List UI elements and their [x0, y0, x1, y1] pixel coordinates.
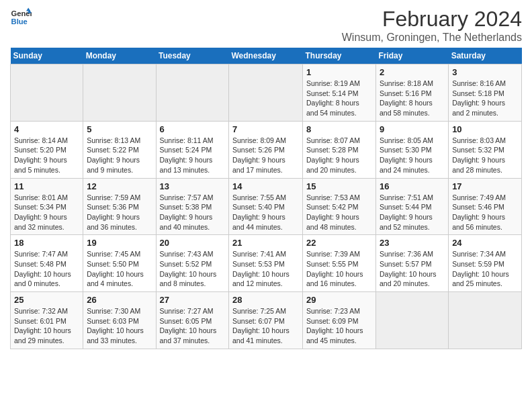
calendar-cell: [229, 64, 303, 122]
day-number: 1: [306, 67, 372, 77]
day-number: 21: [232, 238, 299, 248]
day-number: 26: [87, 295, 152, 305]
day-number: 11: [14, 181, 79, 191]
calendar-table: SundayMondayTuesdayWednesdayThursdayFrid…: [10, 48, 522, 349]
day-number: 13: [160, 181, 226, 191]
day-info: Sunrise: 8:19 AM Sunset: 5:14 PM Dayligh…: [306, 79, 372, 118]
calendar-cell: 24Sunrise: 7:34 AM Sunset: 5:59 PM Dayli…: [449, 235, 522, 292]
calendar-cell: 16Sunrise: 7:51 AM Sunset: 5:44 PM Dayli…: [375, 178, 448, 235]
calendar-week-5: 25Sunrise: 7:32 AM Sunset: 6:01 PM Dayli…: [11, 292, 522, 349]
calendar-cell: 13Sunrise: 7:57 AM Sunset: 5:38 PM Dayli…: [156, 178, 229, 235]
calendar-week-4: 18Sunrise: 7:47 AM Sunset: 5:48 PM Dayli…: [11, 235, 522, 292]
day-info: Sunrise: 7:49 AM Sunset: 5:46 PM Dayligh…: [452, 193, 518, 232]
day-number: 5: [87, 124, 152, 134]
calendar-cell: 15Sunrise: 7:53 AM Sunset: 5:42 PM Dayli…: [302, 178, 375, 235]
day-info: Sunrise: 7:53 AM Sunset: 5:42 PM Dayligh…: [306, 193, 372, 232]
calendar-cell: 12Sunrise: 7:59 AM Sunset: 5:36 PM Dayli…: [83, 178, 156, 235]
calendar-cell: 9Sunrise: 8:05 AM Sunset: 5:30 PM Daylig…: [375, 121, 448, 178]
calendar-cell: [156, 64, 229, 122]
day-number: 22: [306, 238, 372, 248]
calendar-cell: 20Sunrise: 7:43 AM Sunset: 5:52 PM Dayli…: [156, 235, 229, 292]
title-block: February 2024 Winsum, Groningen, The Net…: [342, 7, 522, 44]
calendar-cell: 19Sunrise: 7:45 AM Sunset: 5:50 PM Dayli…: [83, 235, 156, 292]
day-number: 15: [306, 181, 372, 191]
day-info: Sunrise: 7:23 AM Sunset: 6:09 PM Dayligh…: [306, 306, 372, 346]
calendar-cell: 6Sunrise: 8:11 AM Sunset: 5:24 PM Daylig…: [156, 121, 229, 178]
calendar-cell: 17Sunrise: 7:49 AM Sunset: 5:46 PM Dayli…: [449, 178, 522, 235]
day-info: Sunrise: 8:03 AM Sunset: 5:32 PM Dayligh…: [452, 136, 518, 175]
day-number: 27: [160, 295, 226, 305]
day-info: Sunrise: 7:43 AM Sunset: 5:52 PM Dayligh…: [160, 249, 226, 289]
day-info: Sunrise: 7:25 AM Sunset: 6:07 PM Dayligh…: [232, 306, 299, 346]
day-info: Sunrise: 7:57 AM Sunset: 5:38 PM Dayligh…: [160, 193, 226, 232]
page-header: General Blue February 2024 Winsum, Groni…: [10, 7, 522, 44]
weekday-header-saturday: Saturday: [449, 48, 522, 64]
day-number: 6: [160, 124, 226, 134]
day-info: Sunrise: 7:59 AM Sunset: 5:36 PM Dayligh…: [87, 193, 152, 232]
svg-text:Blue: Blue: [11, 17, 28, 26]
day-number: 19: [87, 238, 152, 248]
calendar-cell: [11, 64, 83, 122]
day-number: 17: [452, 181, 518, 191]
day-number: 20: [160, 238, 226, 248]
weekday-header-thursday: Thursday: [302, 48, 375, 64]
calendar-cell: 27Sunrise: 7:27 AM Sunset: 6:05 PM Dayli…: [156, 292, 229, 349]
day-number: 18: [14, 238, 79, 248]
calendar-week-1: 1Sunrise: 8:19 AM Sunset: 5:14 PM Daylig…: [11, 64, 522, 122]
day-info: Sunrise: 7:34 AM Sunset: 5:59 PM Dayligh…: [452, 249, 518, 289]
day-info: Sunrise: 7:30 AM Sunset: 6:03 PM Dayligh…: [87, 306, 152, 346]
weekday-header-friday: Friday: [375, 48, 448, 64]
weekday-header-tuesday: Tuesday: [156, 48, 229, 64]
day-number: 24: [452, 238, 518, 248]
logo-icon: General Blue: [10, 7, 32, 28]
day-info: Sunrise: 8:16 AM Sunset: 5:18 PM Dayligh…: [452, 79, 518, 118]
day-number: 4: [14, 124, 79, 134]
day-number: 8: [306, 124, 372, 134]
calendar-cell: [449, 292, 522, 349]
calendar-cell: 22Sunrise: 7:39 AM Sunset: 5:55 PM Dayli…: [302, 235, 375, 292]
logo: General Blue: [10, 7, 32, 28]
day-number: 7: [232, 124, 299, 134]
day-number: 12: [87, 181, 152, 191]
day-info: Sunrise: 8:14 AM Sunset: 5:20 PM Dayligh…: [14, 136, 79, 175]
day-info: Sunrise: 7:41 AM Sunset: 5:53 PM Dayligh…: [232, 249, 299, 289]
calendar-cell: 11Sunrise: 8:01 AM Sunset: 5:34 PM Dayli…: [11, 178, 83, 235]
calendar-cell: [83, 64, 156, 122]
day-number: 23: [380, 238, 445, 248]
day-number: 25: [14, 295, 79, 305]
day-info: Sunrise: 8:09 AM Sunset: 5:26 PM Dayligh…: [232, 136, 299, 175]
day-info: Sunrise: 7:47 AM Sunset: 5:48 PM Dayligh…: [14, 249, 79, 289]
day-info: Sunrise: 7:45 AM Sunset: 5:50 PM Dayligh…: [87, 249, 152, 289]
day-number: 9: [380, 124, 445, 134]
calendar-cell: 28Sunrise: 7:25 AM Sunset: 6:07 PM Dayli…: [229, 292, 303, 349]
calendar-header-row: SundayMondayTuesdayWednesdayThursdayFrid…: [11, 48, 522, 64]
day-number: 16: [380, 181, 445, 191]
day-info: Sunrise: 7:39 AM Sunset: 5:55 PM Dayligh…: [306, 249, 372, 289]
day-info: Sunrise: 8:07 AM Sunset: 5:28 PM Dayligh…: [306, 136, 372, 175]
calendar-cell: 4Sunrise: 8:14 AM Sunset: 5:20 PM Daylig…: [11, 121, 83, 178]
day-info: Sunrise: 7:55 AM Sunset: 5:40 PM Dayligh…: [232, 193, 299, 232]
day-info: Sunrise: 8:18 AM Sunset: 5:16 PM Dayligh…: [380, 79, 445, 118]
day-info: Sunrise: 8:01 AM Sunset: 5:34 PM Dayligh…: [14, 193, 79, 232]
weekday-header-sunday: Sunday: [11, 48, 83, 64]
day-info: Sunrise: 8:05 AM Sunset: 5:30 PM Dayligh…: [380, 136, 445, 175]
weekday-header-monday: Monday: [83, 48, 156, 64]
month-title: February 2024: [342, 7, 522, 32]
calendar-body: 1Sunrise: 8:19 AM Sunset: 5:14 PM Daylig…: [11, 64, 522, 349]
day-number: 10: [452, 124, 518, 134]
calendar-cell: 10Sunrise: 8:03 AM Sunset: 5:32 PM Dayli…: [449, 121, 522, 178]
location-subtitle: Winsum, Groningen, The Netherlands: [342, 32, 522, 44]
calendar-cell: 1Sunrise: 8:19 AM Sunset: 5:14 PM Daylig…: [302, 64, 375, 122]
calendar-cell: [375, 292, 448, 349]
calendar-cell: 5Sunrise: 8:13 AM Sunset: 5:22 PM Daylig…: [83, 121, 156, 178]
day-number: 2: [380, 67, 445, 77]
day-number: 3: [452, 67, 518, 77]
day-info: Sunrise: 7:36 AM Sunset: 5:57 PM Dayligh…: [380, 249, 445, 289]
day-number: 14: [232, 181, 299, 191]
calendar-week-3: 11Sunrise: 8:01 AM Sunset: 5:34 PM Dayli…: [11, 178, 522, 235]
day-number: 28: [232, 295, 299, 305]
calendar-week-2: 4Sunrise: 8:14 AM Sunset: 5:20 PM Daylig…: [11, 121, 522, 178]
day-info: Sunrise: 7:32 AM Sunset: 6:01 PM Dayligh…: [14, 306, 79, 346]
weekday-header-wednesday: Wednesday: [229, 48, 303, 64]
calendar-cell: 21Sunrise: 7:41 AM Sunset: 5:53 PM Dayli…: [229, 235, 303, 292]
